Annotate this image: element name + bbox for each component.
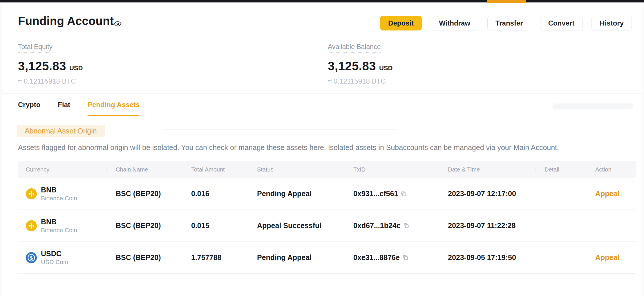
total-equity-block: Total Equity 3,125.83 USD ≈ 0.12115918 B…: [18, 43, 83, 85]
col-total-amount: Total Amount: [182, 161, 248, 178]
datetime-cell: 2023-09-07 12:17:00: [439, 189, 535, 198]
chain-cell: BSC (BEP20): [106, 189, 182, 198]
copy-icon[interactable]: [403, 223, 409, 229]
tab-pending-assets[interactable]: Pending Assets: [88, 94, 140, 116]
available-balance-btc-approx: ≈ 0.12115918 BTC: [328, 77, 392, 85]
datetime-cell: 2023-09-05 17:19:50: [439, 253, 535, 262]
col-status: Status: [248, 161, 344, 178]
available-balance-label: Available Balance: [328, 43, 381, 53]
tab-crypto[interactable]: Crypto: [18, 94, 40, 116]
faded-ghost-element: [552, 103, 634, 109]
txid-cell: 0x931...cf561: [344, 189, 439, 198]
bnb-coin-icon: [26, 188, 37, 199]
wallet-actions: Deposit Withdraw Transfer Convert Histor…: [380, 16, 632, 30]
txid-cell: 0xe31...8876e: [344, 253, 439, 262]
withdraw-button[interactable]: Withdraw: [431, 16, 478, 30]
copy-icon[interactable]: [401, 191, 407, 197]
appeal-link[interactable]: Appeal: [595, 253, 619, 261]
coin-full-name: Binance Coin: [41, 227, 77, 234]
total-equity-label: Total Equity: [18, 43, 53, 53]
status-cell: Pending Appeal: [248, 189, 344, 198]
col-txid: TxID: [344, 161, 439, 178]
svg-text:$: $: [30, 255, 33, 261]
currency-cell: $ USDC USD Coin: [18, 250, 106, 266]
col-action: Action: [586, 161, 636, 178]
pending-assets-table: Currency Chain Name Total Amount Status …: [18, 161, 636, 274]
coin-symbol: USDC: [41, 250, 68, 258]
status-cell: Appeal Successful: [248, 221, 344, 230]
currency-cell: BNB Binance Coin: [18, 218, 106, 234]
faint-skeleton-line: [162, 129, 396, 130]
col-date-time: Date & Time: [439, 161, 535, 178]
amount-cell: 1.757788: [182, 253, 248, 262]
eye-icon[interactable]: [114, 20, 122, 28]
history-button[interactable]: History: [591, 16, 632, 30]
tab-fiat[interactable]: Fiat: [58, 94, 70, 116]
txid-cell: 0xd67...1b24c: [344, 221, 439, 230]
coin-symbol: BNB: [41, 218, 77, 226]
copy-icon[interactable]: [402, 255, 408, 261]
total-equity-currency: USD: [69, 64, 83, 72]
available-balance-value: 3,125.83: [328, 59, 376, 73]
status-cell: Pending Appeal: [248, 253, 344, 262]
available-balance-currency: USD: [379, 64, 392, 72]
txid-text: 0xe31...8876e: [353, 253, 400, 262]
table-row: $ USDC USD Coin BSC (BEP20) 1.757788 Pen…: [18, 242, 636, 274]
bnb-coin-icon: [26, 220, 37, 231]
asset-tabs: Crypto Fiat Pending Assets: [18, 94, 642, 116]
total-equity-btc-approx: ≈ 0.12115918 BTC: [18, 77, 83, 85]
table-row: BNB Binance Coin BSC (BEP20) 0.015 Appea…: [18, 210, 636, 242]
datetime-cell: 2023-09-07 11:22:28: [439, 221, 535, 230]
convert-button[interactable]: Convert: [540, 16, 583, 30]
available-balance-block: Available Balance 3,125.83 USD ≈ 0.12115…: [328, 43, 392, 85]
col-chain-name: Chain Name: [106, 161, 182, 178]
usdc-coin-icon: $: [26, 252, 37, 263]
table-header-row: Currency Chain Name Total Amount Status …: [18, 161, 636, 178]
amount-cell: 0.016: [182, 189, 248, 198]
chain-cell: BSC (BEP20): [106, 221, 182, 230]
transfer-button[interactable]: Transfer: [487, 16, 531, 30]
abnormal-asset-origin-badge: Abnormal Asset Origin: [17, 125, 105, 137]
appeal-link[interactable]: Appeal: [595, 189, 619, 198]
active-nav-indicator: [487, 0, 526, 3]
table-row: BNB Binance Coin BSC (BEP20) 0.016 Pendi…: [18, 178, 636, 210]
txid-text: 0x931...cf561: [353, 189, 398, 198]
funding-account-panel: Funding Account Deposit Withdraw Transfe…: [2, 3, 642, 296]
currency-cell: BNB Binance Coin: [18, 186, 106, 202]
chain-cell: BSC (BEP20): [106, 253, 182, 262]
section-description: Assets flagged for abnormal origin will …: [18, 143, 624, 152]
amount-cell: 0.015: [182, 221, 248, 230]
deposit-button[interactable]: Deposit: [380, 16, 422, 30]
coin-full-name: Binance Coin: [41, 195, 77, 202]
page-title: Funding Account: [18, 15, 114, 28]
coin-symbol: BNB: [41, 186, 77, 194]
col-currency: Currency: [18, 161, 106, 178]
col-detail: Detail: [535, 161, 586, 178]
total-equity-value: 3,125.83: [18, 59, 66, 73]
coin-full-name: USD Coin: [41, 259, 68, 266]
top-nav-bar: [0, 0, 644, 2]
txid-text: 0xd67...1b24c: [353, 221, 401, 230]
